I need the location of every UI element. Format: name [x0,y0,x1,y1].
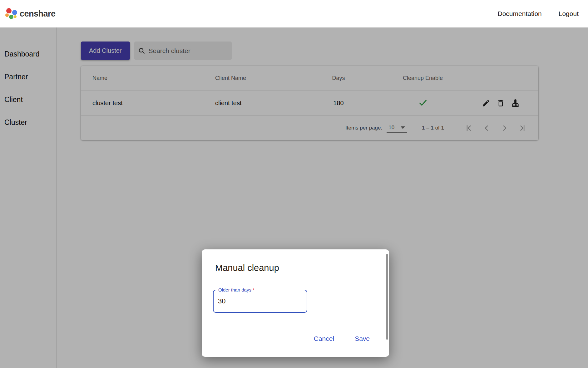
censhare-logo-icon [4,7,19,21]
dialog-actions: Cancel Save [311,333,372,344]
required-marker: * [253,287,254,292]
top-bar: censhare Documentation Logout [0,0,588,27]
logo-dot-yellow [14,15,17,18]
logo-dot-blue [12,10,17,15]
top-nav: Documentation Logout [498,10,579,17]
logo-dot-green [9,15,13,19]
logo-dot-red [6,8,12,13]
older-than-days-input[interactable] [214,290,307,312]
nav-documentation-link[interactable]: Documentation [498,10,542,17]
logo-dot-orange [5,13,9,17]
field-label-text: Older than days [218,287,251,292]
nav-logout-link[interactable]: Logout [559,10,579,17]
save-button[interactable]: Save [352,333,372,344]
brand-name: censhare [20,9,56,19]
manual-cleanup-dialog: Manual cleanup Older than days * Cancel … [202,249,389,357]
dialog-title: Manual cleanup [215,263,279,273]
cancel-button[interactable]: Cancel [311,333,337,344]
older-than-days-label: Older than days * [217,287,256,292]
page: censhare Documentation Logout Dashboard … [0,0,588,368]
dialog-scrollbar-thumb[interactable] [386,254,388,340]
older-than-days-field: Older than days * [213,290,307,313]
brand-logo[interactable]: censhare [4,7,56,21]
